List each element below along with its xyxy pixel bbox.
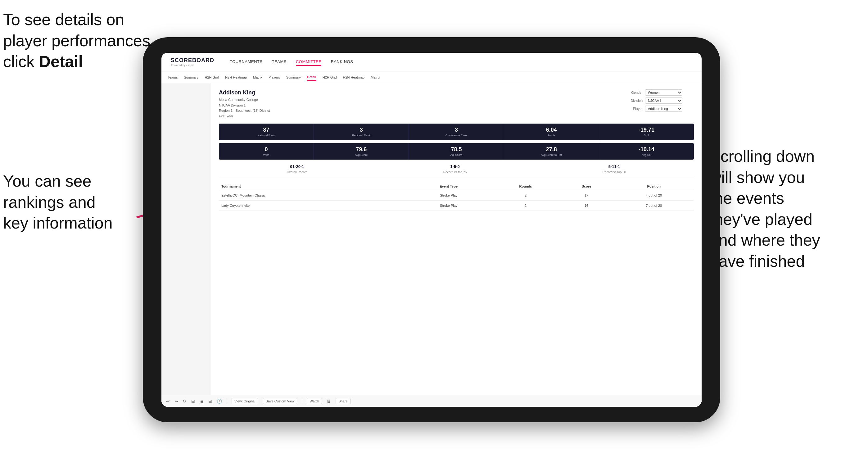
nav-tournaments[interactable]: TOURNAMENTS — [230, 58, 262, 66]
stat-regional-rank: 3 Regional Rank — [314, 124, 409, 140]
row2-rounds: 2 — [492, 200, 559, 211]
row1-score: 17 — [559, 190, 614, 200]
tablet-frame: SCOREBOARD Powered by clippd TOURNAMENTS… — [143, 37, 720, 422]
filter-gender-label: Gender — [625, 91, 643, 94]
zoom-in-icon[interactable]: ⊞ — [208, 399, 212, 404]
record-top50-value: 5-11-1 — [602, 164, 626, 169]
sub-nav-detail[interactable]: Detail — [307, 74, 316, 81]
stat-avg-score: 79.6 Avg Score — [314, 143, 409, 160]
view-original-button[interactable]: View: Original — [231, 398, 258, 404]
player-filters: Gender Women Men Division NJCAA I NJCAA … — [625, 89, 694, 119]
stat-avg-sg: -10.14 Avg SG — [599, 143, 694, 160]
stat-national-rank: 37 National Rank — [219, 124, 314, 140]
record-top50-label: Record vs top 50 — [602, 170, 626, 174]
row1-event-type: Stroke Play — [405, 190, 492, 200]
player-region: Region 1 - Southwest (18) District — [219, 108, 270, 114]
record-overall-label: Overall Record — [287, 170, 308, 174]
watch-button[interactable]: Watch — [307, 398, 322, 404]
stat-adj-score: 78.5 Adj Score — [409, 143, 504, 160]
filter-division-label: Division — [625, 99, 643, 102]
row1-rounds: 2 — [492, 190, 559, 200]
stat-adj-score-label: Adj Score — [411, 153, 501, 156]
zoom-reset-icon[interactable]: ▣ — [199, 399, 204, 404]
filter-gender-select[interactable]: Women Men — [645, 89, 682, 96]
stat-avg-score-value: 79.6 — [316, 146, 406, 153]
player-info: Addison King Mesa Community College NJCA… — [219, 89, 270, 119]
row2-score: 16 — [559, 200, 614, 211]
clock-icon[interactable]: 🕐 — [217, 399, 222, 404]
stat-points-label: Points — [507, 134, 596, 137]
record-top25-label: Record vs top 25 — [443, 170, 467, 174]
sub-nav-h2hgrid[interactable]: H2H Grid — [205, 74, 219, 81]
filter-division-row: Division NJCAA I NJCAA II — [625, 97, 694, 104]
nav-teams[interactable]: TEAMS — [272, 58, 286, 66]
sub-nav-matrix[interactable]: Matrix — [253, 74, 262, 81]
sub-nav-matrix2[interactable]: Matrix — [371, 74, 380, 81]
stat-conference-rank-value: 3 — [411, 127, 501, 133]
annotation-right: Scrolling down will show you the events … — [710, 146, 859, 272]
stat-regional-rank-value: 3 — [316, 127, 406, 133]
row2-tournament: Lady Coyote Invite — [219, 200, 405, 211]
stat-wins: 0 Wins — [219, 143, 314, 160]
row1-tournament: Estella CC- Mountain Classic — [219, 190, 405, 200]
record-overall: 91-20-1 Overall Record — [287, 164, 308, 175]
table-row: Lady Coyote Invite Stroke Play 2 16 7 ou… — [219, 200, 694, 211]
bottom-toolbar: ↩ ↪ ⟳ ⊟ ▣ ⊞ 🕐 View: Original Save Custom… — [161, 395, 702, 407]
player-division: NJCAA Division 1 — [219, 103, 270, 108]
stat-wins-value: 0 — [221, 146, 311, 153]
stat-avg-score-par-label: Avg Score to Par — [507, 153, 596, 156]
col-rounds: Rounds — [492, 183, 559, 190]
record-top25-value: 1-5-0 — [443, 164, 467, 169]
nav-bar: SCOREBOARD Powered by clippd TOURNAMENTS… — [161, 53, 702, 71]
stats-grid-1: 37 National Rank 3 Regional Rank 3 Confe… — [219, 124, 694, 140]
col-score: Score — [559, 183, 614, 190]
stat-points: 6.04 Points — [504, 124, 599, 140]
sub-nav-summary2[interactable]: Summary — [286, 74, 301, 81]
sub-nav-teams[interactable]: Teams — [168, 74, 178, 81]
stats-grid-2: 0 Wins 79.6 Avg Score 78.5 Adj Score 27.… — [219, 143, 694, 160]
stat-avg-sg-label: Avg SG — [602, 153, 691, 156]
row2-event-type: Stroke Play — [405, 200, 492, 211]
stat-conference-rank: 3 Conference Rank — [409, 124, 504, 140]
refresh-icon[interactable]: ⟳ — [183, 399, 187, 404]
stat-national-rank-value: 37 — [221, 127, 311, 133]
stat-sos: -19.71 SoS — [599, 124, 694, 140]
stat-regional-rank-label: Regional Rank — [316, 134, 406, 137]
col-position: Position — [614, 183, 694, 190]
main-content: Addison King Mesa Community College NJCA… — [161, 83, 702, 407]
zoom-out-icon[interactable]: ⊟ — [191, 399, 195, 404]
row2-position: 7 out of 20 — [614, 200, 694, 211]
sub-nav-h2hheatmap2[interactable]: H2H Heatmap — [343, 74, 365, 81]
player-college: Mesa Community College — [219, 97, 270, 103]
redo-icon[interactable]: ↪ — [175, 399, 178, 404]
nav-committee[interactable]: COMMITTEE — [296, 58, 321, 66]
col-tournament: Tournament — [219, 183, 405, 190]
stat-wins-label: Wins — [221, 153, 311, 156]
sub-nav-h2hgrid2[interactable]: H2H Grid — [322, 74, 337, 81]
stat-avg-score-par-value: 27.8 — [507, 146, 596, 153]
sub-nav-players[interactable]: Players — [269, 74, 280, 81]
nav-rankings[interactable]: RANKINGS — [331, 58, 353, 66]
save-custom-view-button[interactable]: Save Custom View — [263, 398, 298, 404]
content-area: Addison King Mesa Community College NJCA… — [211, 83, 702, 407]
annotation-top-left: To see details on player performances cl… — [3, 9, 152, 72]
filter-division-select[interactable]: NJCAA I NJCAA II — [645, 97, 682, 104]
record-top50: 5-11-1 Record vs top 50 — [602, 164, 626, 175]
screen-icon[interactable]: 🖥 — [327, 399, 331, 404]
share-button[interactable]: Share — [336, 398, 350, 404]
player-name: Addison King — [219, 89, 270, 96]
undo-icon[interactable]: ↩ — [166, 399, 170, 404]
stat-points-value: 6.04 — [507, 127, 596, 133]
records-row: 91-20-1 Overall Record 1-5-0 Record vs t… — [219, 164, 694, 178]
table-row: Estella CC- Mountain Classic Stroke Play… — [219, 190, 694, 200]
annotation-detail-bold: Detail — [39, 53, 83, 70]
stat-adj-score-value: 78.5 — [411, 146, 501, 153]
filter-player-select[interactable]: Addison King — [645, 105, 682, 112]
player-year: First Year — [219, 114, 270, 119]
logo-sub: Powered by clippd — [171, 64, 214, 67]
sub-nav-h2hheatmap[interactable]: H2H Heatmap — [225, 74, 247, 81]
col-event-type: Event Type — [405, 183, 492, 190]
sub-nav-summary[interactable]: Summary — [184, 74, 198, 81]
sub-nav: Teams Summary H2H Grid H2H Heatmap Matri… — [161, 71, 702, 83]
stat-avg-score-label: Avg Score — [316, 153, 406, 156]
